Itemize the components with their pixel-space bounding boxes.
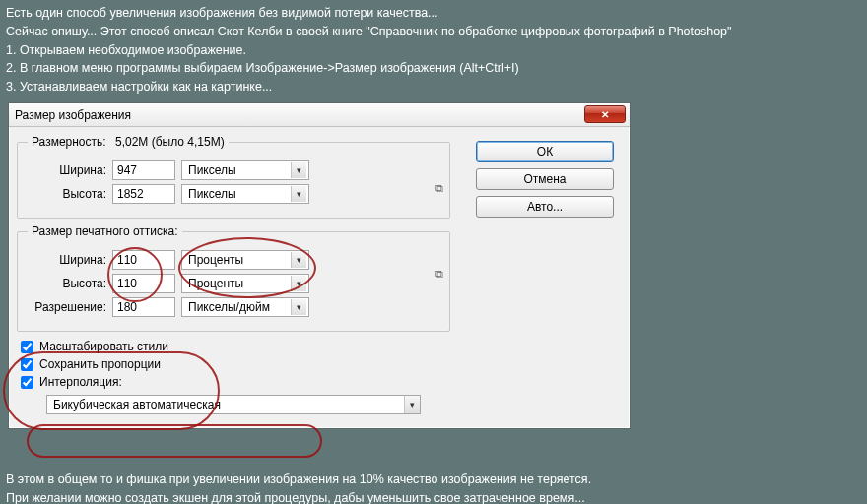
constrain-checkbox[interactable] xyxy=(21,358,33,371)
article-footer-text: В этом в общем то и фишка при увеличении… xyxy=(0,469,867,504)
link-icon: ⧉ xyxy=(435,268,443,281)
dim-legend: Размерность: xyxy=(32,135,106,149)
scale-styles-checkbox[interactable] xyxy=(21,341,33,353)
width-input[interactable] xyxy=(112,160,175,180)
auto-button[interactable]: Авто... xyxy=(476,196,614,218)
chevron-down-icon xyxy=(291,299,306,315)
document-size-group: Размер печатного оттиска: Ширина: Процен… xyxy=(17,224,450,332)
interpolation-checkbox[interactable] xyxy=(21,376,33,389)
doc-height-label: Высота: xyxy=(28,277,112,290)
dim-value: 5,02M (было 4,15M) xyxy=(115,135,225,149)
chevron-down-icon xyxy=(291,186,306,202)
width-label: Ширина: xyxy=(28,163,112,177)
doc-height-unit-dropdown[interactable]: Проценты xyxy=(181,274,309,293)
height-label: Высота: xyxy=(28,187,112,201)
interpolation-label: Интерполяция: xyxy=(39,375,122,389)
article-text: Есть один способ увеличения изображения … xyxy=(0,0,867,100)
annotation-circle xyxy=(27,424,322,458)
doc-height-input[interactable] xyxy=(112,274,175,293)
resolution-unit-dropdown[interactable]: Пикселы/дюйм xyxy=(181,297,309,317)
height-unit-dropdown[interactable]: Пикселы xyxy=(181,184,309,204)
doc-width-input[interactable] xyxy=(112,250,175,270)
button-column: ОК Отмена Авто... xyxy=(476,141,614,218)
chevron-down-icon xyxy=(291,162,306,178)
resolution-label: Разрешение: xyxy=(28,300,112,314)
width-unit-dropdown[interactable]: Пикселы xyxy=(181,160,309,180)
doc-width-label: Ширина: xyxy=(28,253,112,267)
chevron-down-icon xyxy=(404,396,420,413)
scale-styles-label: Масштабировать стили xyxy=(39,340,168,353)
ok-button[interactable]: ОК xyxy=(476,141,614,162)
close-button[interactable] xyxy=(584,105,626,123)
doc-width-unit-dropdown[interactable]: Проценты xyxy=(181,250,309,270)
image-size-dialog: Размер изображения Размерность: 5,02M (б… xyxy=(8,102,631,429)
cancel-button[interactable]: Отмена xyxy=(476,168,614,190)
constrain-label: Сохранить пропорции xyxy=(39,357,161,371)
chevron-down-icon xyxy=(291,276,306,291)
link-icon: ⧉ xyxy=(435,182,443,195)
interpolation-dropdown[interactable]: Бикубическая автоматическая xyxy=(46,395,421,414)
pixel-dimensions-group: Размерность: 5,02M (было 4,15M) Ширина: … xyxy=(17,135,450,219)
doc-legend: Размер печатного оттиска: xyxy=(28,224,182,238)
options-area: Масштабировать стили Сохранить пропорции… xyxy=(17,338,450,414)
titlebar[interactable]: Размер изображения xyxy=(9,103,630,127)
dialog-title: Размер изображения xyxy=(15,108,131,122)
chevron-down-icon xyxy=(291,252,306,268)
height-input[interactable] xyxy=(112,184,175,204)
resolution-input[interactable] xyxy=(112,297,175,317)
